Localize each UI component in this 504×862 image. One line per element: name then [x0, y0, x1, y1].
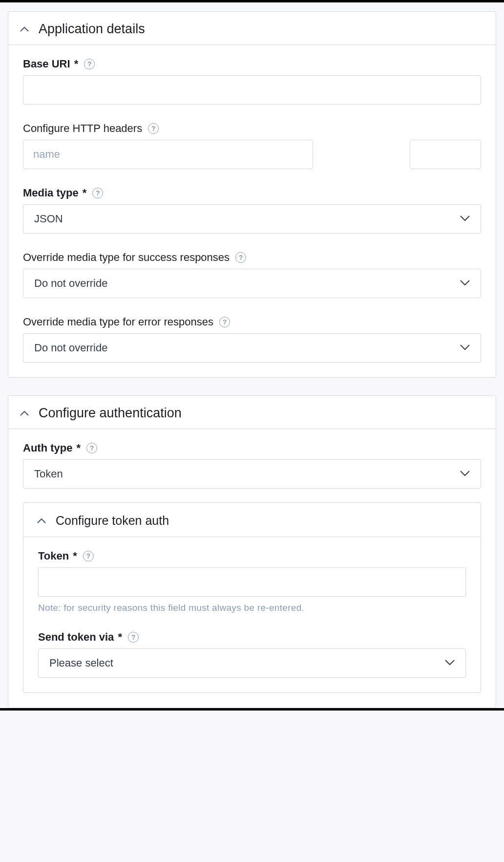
override-success-label: Override media type for success response…	[23, 251, 230, 264]
base-uri-label: Base URI *	[23, 58, 78, 70]
help-icon[interactable]: ?	[84, 59, 95, 69]
configure-token-auth-body: Token * ? Note: for security reasons thi…	[23, 537, 481, 692]
http-header-name-input[interactable]	[23, 140, 313, 169]
configure-token-auth-title: Configure token auth	[56, 514, 169, 528]
configure-authentication-header[interactable]: Configure authentication	[8, 396, 496, 429]
http-header-value-box[interactable]	[410, 140, 481, 169]
help-icon[interactable]: ?	[219, 317, 230, 327]
override-error-label: Override media type for error responses	[23, 316, 213, 328]
base-uri-field: Base URI * ?	[23, 58, 481, 105]
application-details-header[interactable]: Application details	[8, 12, 496, 45]
override-success-select[interactable]: Do not override	[23, 269, 481, 298]
http-headers-field: Configure HTTP headers ?	[23, 122, 481, 169]
configure-authentication-body: Auth type * ? Token Configure t	[8, 429, 496, 708]
media-type-select[interactable]: JSON	[23, 204, 481, 234]
override-error-select[interactable]: Do not override	[23, 333, 481, 363]
help-icon[interactable]: ?	[86, 443, 97, 453]
send-token-via-select[interactable]: Please select	[38, 648, 466, 678]
send-token-via-label: Send token via *	[38, 631, 122, 644]
base-uri-input[interactable]	[23, 75, 481, 105]
send-token-via-field: Send token via * ? Please select	[38, 631, 466, 678]
chevron-up-icon	[20, 409, 29, 418]
auth-type-select[interactable]: Token	[23, 459, 481, 489]
help-icon[interactable]: ?	[83, 551, 94, 561]
help-icon[interactable]: ?	[128, 632, 139, 643]
application-details-body: Base URI * ? Configure HTTP headers ?	[8, 45, 496, 377]
override-success-field: Override media type for success response…	[23, 251, 481, 298]
help-icon[interactable]: ?	[92, 188, 103, 198]
application-details-panel: Application details Base URI * ? Configu…	[8, 11, 496, 378]
configure-authentication-title: Configure authentication	[39, 406, 182, 421]
token-label: Token *	[38, 550, 77, 562]
configure-authentication-panel: Configure authentication Auth type * ? T…	[8, 395, 496, 708]
auth-type-field: Auth type * ? Token	[23, 442, 481, 489]
http-headers-label: Configure HTTP headers	[23, 122, 142, 135]
help-icon[interactable]: ?	[148, 123, 159, 134]
help-icon[interactable]: ?	[235, 252, 246, 263]
token-note: Note: for security reasons this field mu…	[38, 603, 466, 613]
application-details-title: Application details	[39, 22, 145, 37]
configure-token-auth-header[interactable]: Configure token auth	[23, 503, 481, 537]
chevron-up-icon	[37, 517, 46, 525]
media-type-field: Media type * ? JSON	[23, 187, 481, 234]
token-field: Token * ? Note: for security reasons thi…	[38, 550, 466, 613]
token-input[interactable]	[38, 567, 466, 597]
media-type-label: Media type *	[23, 187, 86, 199]
chevron-up-icon	[20, 25, 29, 34]
configure-token-auth-panel: Configure token auth Token * ? Note: for…	[23, 502, 481, 693]
auth-type-label: Auth type *	[23, 442, 81, 454]
override-error-field: Override media type for error responses …	[23, 316, 481, 363]
